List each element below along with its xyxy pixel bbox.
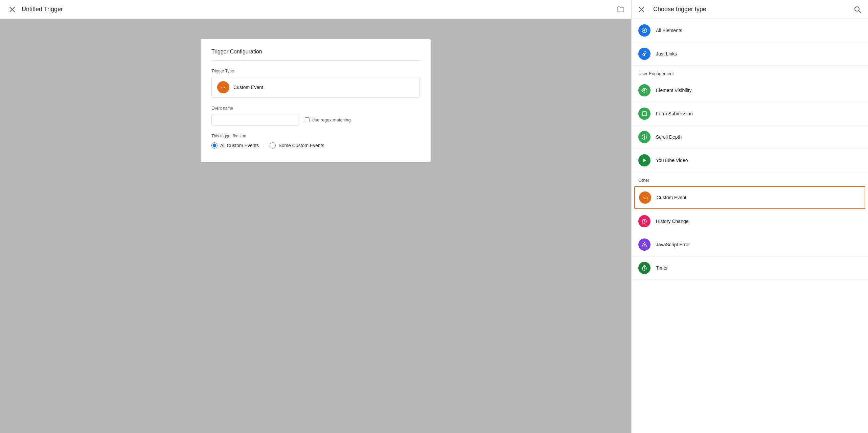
list-item-just-links[interactable]: Just Links [632,42,868,66]
svg-rect-10 [642,112,646,116]
right-panel: Choose trigger type All Elements [631,0,868,433]
svg-point-21 [644,246,645,247]
list-item-javascript-error[interactable]: JavaScript Error [632,233,868,256]
some-custom-events-radio[interactable] [270,142,276,149]
list-item-all-elements[interactable]: All Elements [632,19,868,42]
regex-checkbox[interactable] [305,117,310,122]
page-title: Untitled Trigger [22,6,613,13]
trigger-config-card: Trigger Configuration Trigger Type </> C… [201,39,431,162]
svg-text:</>: </> [221,85,226,90]
custom-event-label: Custom Event [657,195,686,200]
form-submission-label: Form Submission [656,111,693,116]
right-header: Choose trigger type [632,0,868,19]
list-item-scroll-depth[interactable]: Scroll Depth [632,126,868,149]
history-change-icon [638,215,650,227]
just-links-icon [638,48,650,60]
other-header: Other [632,172,868,185]
trigger-type-label: Trigger Type [211,69,420,73]
timer-label: Timer [656,265,668,271]
trigger-list: All Elements Just Links User Engagement … [632,19,868,433]
trigger-type-icon: </> [217,81,229,93]
right-panel-title: Choose trigger type [653,6,850,13]
regex-checkbox-label[interactable]: Use regex matching [305,117,351,122]
left-panel: Untitled Trigger Trigger Configuration T… [0,0,631,433]
element-visibility-label: Element Visibility [656,88,692,93]
search-button[interactable] [854,6,861,13]
list-item-youtube-video[interactable]: YouTube Video [632,149,868,172]
timer-icon [638,262,650,274]
event-name-input[interactable] [211,114,299,126]
scroll-depth-label: Scroll Depth [656,134,682,140]
fires-on-radio-group: All Custom Events Some Custom Events [211,142,420,149]
svg-line-24 [644,268,645,269]
card-title: Trigger Configuration [211,49,420,61]
scroll-depth-icon [638,131,650,143]
event-name-label: Event name [211,106,420,111]
list-item-history-change[interactable]: History Change [632,210,868,233]
custom-event-icon: </> [639,191,651,204]
youtube-video-icon [638,154,650,166]
svg-point-8 [643,29,645,31]
element-visibility-icon [638,84,650,96]
some-custom-events-radio-label[interactable]: Some Custom Events [270,142,324,149]
all-custom-events-radio[interactable] [211,142,218,149]
left-close-button[interactable] [7,4,18,15]
javascript-error-label: JavaScript Error [656,242,690,247]
trigger-type-name: Custom Event [233,85,263,90]
svg-marker-16 [643,159,646,162]
form-submission-icon [638,108,650,120]
list-item-element-visibility[interactable]: Element Visibility [632,79,868,102]
fires-on-section: This trigger fires on All Custom Events … [211,134,420,149]
event-name-row: Use regex matching [211,114,420,126]
youtube-video-label: YouTube Video [656,158,688,163]
all-elements-label: All Elements [656,28,682,33]
svg-line-6 [859,10,861,13]
list-item-custom-event[interactable]: </> Custom Event [634,186,865,209]
all-custom-events-radio-label[interactable]: All Custom Events [211,142,259,149]
svg-point-9 [643,89,645,91]
left-content: Trigger Configuration Trigger Type </> C… [0,19,631,433]
all-custom-events-text: All Custom Events [220,143,259,148]
user-engagement-header: User Engagement [632,66,868,79]
right-close-button[interactable] [638,4,649,15]
list-item-form-submission[interactable]: Form Submission [632,102,868,126]
event-name-section: Event name Use regex matching [211,106,420,126]
javascript-error-icon [638,238,650,251]
regex-label-text: Use regex matching [312,117,351,122]
list-item-timer[interactable]: Timer [632,256,868,280]
left-header: Untitled Trigger [0,0,631,19]
some-custom-events-text: Some Custom Events [278,143,324,148]
trigger-type-selector[interactable]: </> Custom Event [211,77,420,98]
history-change-label: History Change [656,219,689,224]
just-links-label: Just Links [656,51,677,56]
folder-icon[interactable] [617,6,624,13]
fires-on-label: This trigger fires on [211,134,420,138]
svg-text:</>: </> [643,196,648,200]
all-elements-icon [638,24,650,37]
